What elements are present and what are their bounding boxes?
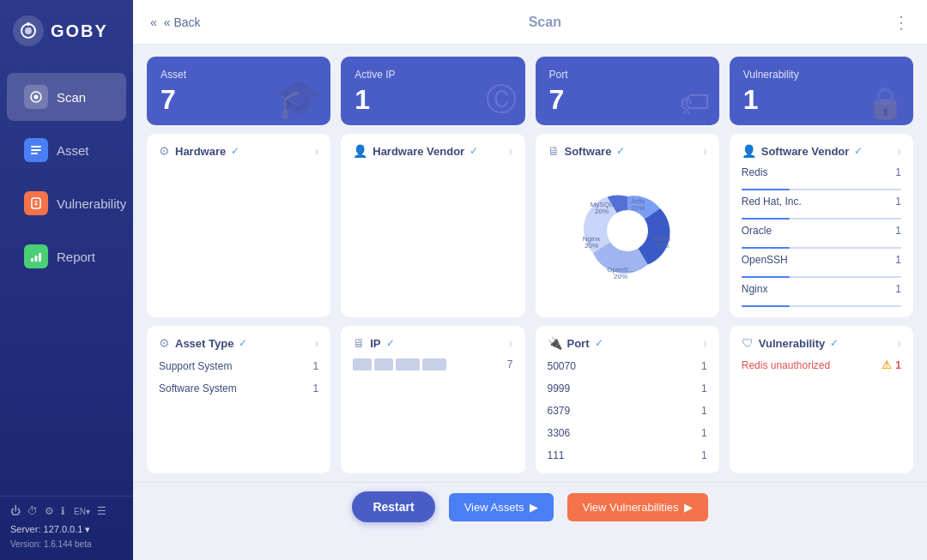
vendor-oracle-bar xyxy=(742,247,901,249)
software-vendor-icon: 👤 xyxy=(742,144,756,158)
ip-more-icon[interactable]: › xyxy=(509,336,513,350)
sidebar-bottom: ⏻ ⏱ ⚙ ℹ EN▾ ☰ Server: 127.0.0.1 ▾ Versio… xyxy=(0,496,133,560)
support-system-label: Support System xyxy=(159,360,313,372)
sidebar-item-report[interactable]: Report xyxy=(7,232,126,280)
vulnerability-check-icon: ✓ xyxy=(830,337,839,349)
view-vulns-label: View Vulnerabilities xyxy=(583,501,679,514)
software-vendor-title: Software Vendor xyxy=(761,145,850,158)
port-111-label: 111 xyxy=(548,449,702,461)
stat-vulnerability[interactable]: Vulnerability 1 🔒 xyxy=(730,57,913,125)
server-address[interactable]: Server: 127.0.0.1 ▾ xyxy=(10,522,123,538)
software-vendor-section: 👤 Software Vendor ✓ › Redis 1 Red Hat, I… xyxy=(730,134,913,317)
vulnerability-list: Redis unauthorized ⚠ 1 xyxy=(742,358,901,371)
svg-point-2 xyxy=(27,22,30,26)
port-check-icon: ✓ xyxy=(595,337,603,349)
view-assets-label: View Assets xyxy=(464,501,524,514)
vulnerability-label: Vulnerability xyxy=(57,196,126,211)
port-50070-value: 1 xyxy=(701,360,707,372)
port-icon: 🔌 xyxy=(548,336,562,350)
pie-label-redis-pct: 20% xyxy=(655,242,669,250)
hardware-vendor-title: Hardware Vendor xyxy=(373,145,464,158)
logo-area: GOBY xyxy=(0,0,133,62)
stat-port-icon: 🏷 xyxy=(680,85,711,121)
software-pie-container: Jetty 20% Redis 20% OpenS... 20% Nginx 2… xyxy=(548,166,707,295)
vulnerability-more-icon[interactable]: › xyxy=(897,336,901,350)
warning-icon: ⚠ xyxy=(882,358,892,371)
data-row-software-system: Software System 1 xyxy=(159,381,318,396)
stat-port[interactable]: Port 7 🏷 xyxy=(536,57,719,125)
hardware-vendor-more-icon[interactable]: › xyxy=(509,144,513,158)
software-check-icon: ✓ xyxy=(616,145,625,157)
pie-center xyxy=(607,210,648,251)
vendor-redhat-count: 1 xyxy=(884,196,901,208)
sidebar-item-asset[interactable]: Asset xyxy=(7,126,126,174)
settings-icon[interactable]: ⚙ xyxy=(45,505,54,517)
svg-rect-12 xyxy=(35,256,38,262)
vulnerability-title-row: 🛡 Vulnerability ✓ xyxy=(742,336,839,350)
scan-label: Scan xyxy=(57,90,86,105)
info-icon[interactable]: ℹ xyxy=(61,505,65,517)
sidebar-item-scan[interactable]: Scan xyxy=(7,73,126,121)
software-title-row: 🖥 Software ✓ xyxy=(548,144,626,158)
stat-active-ip[interactable]: Active IP 1 Ⓒ xyxy=(341,57,524,125)
sidebar-nav: Scan Asset Vulnerability xyxy=(0,62,133,496)
back-icon: « xyxy=(150,15,157,29)
software-header: 🖥 Software ✓ › xyxy=(548,144,707,158)
hardware-vendor-icon: 👤 xyxy=(353,144,367,158)
port-section: 🔌 Port ✓ › 50070 1 9999 1 6379 1 xyxy=(536,326,719,473)
port-6379-value: 1 xyxy=(701,405,707,417)
page-title: Scan xyxy=(201,15,889,30)
asset-type-list: Support System 1 Software System 1 xyxy=(159,358,318,396)
port-6379-label: 6379 xyxy=(548,405,702,417)
more-button[interactable]: ⋮ xyxy=(889,12,910,33)
sidebar-item-vulnerability[interactable]: Vulnerability xyxy=(7,179,126,227)
bottom-bar: Restart View Assets ▶ View Vulnerabiliti… xyxy=(133,482,927,531)
ip-seg-3 xyxy=(396,358,420,370)
header: « « Back Scan ⋮ xyxy=(133,0,927,45)
ip-title: IP xyxy=(370,337,380,350)
lang-selector[interactable]: EN▾ xyxy=(74,507,90,516)
view-vulnerabilities-button[interactable]: View Vulnerabilities ▶ xyxy=(567,493,708,521)
hamburger-icon[interactable]: ☰ xyxy=(97,505,106,517)
asset-type-section: ⚙ Asset Type ✓ › Support System 1 Softwa… xyxy=(147,326,330,473)
hardware-more-icon[interactable]: › xyxy=(315,144,319,158)
server-info: Server: 127.0.0.1 ▾ Version: 1.6.144 bet… xyxy=(10,522,123,551)
report-icon xyxy=(24,244,48,268)
stat-asset[interactable]: Asset 7 🎓 xyxy=(147,57,330,125)
vuln-item-redis: Redis unauthorized ⚠ 1 xyxy=(742,358,901,371)
vendor-openssh-bar xyxy=(742,276,901,278)
vendor-openssh-count: 1 xyxy=(884,254,901,266)
port-row-50070: 50070 1 xyxy=(548,358,707,374)
hardware-vendor-content xyxy=(353,166,512,278)
restart-button[interactable]: Restart xyxy=(352,491,434,522)
vuln-redis-count: 1 xyxy=(895,359,901,371)
software-vendor-header: 👤 Software Vendor ✓ › xyxy=(742,144,901,158)
port-111-value: 1 xyxy=(701,449,707,461)
power-icon[interactable]: ⏻ xyxy=(10,505,21,517)
view-assets-button[interactable]: View Assets ▶ xyxy=(449,493,554,521)
svg-point-4 xyxy=(34,95,39,99)
svg-point-9 xyxy=(35,203,38,206)
software-vendor-more-icon[interactable]: › xyxy=(897,144,901,158)
vulnerability-section: 🛡 Vulnerability ✓ › Redis unauthorized ⚠… xyxy=(730,326,913,473)
asset-type-more-icon[interactable]: › xyxy=(315,336,319,350)
back-button[interactable]: « « Back xyxy=(150,15,201,29)
svg-rect-11 xyxy=(31,258,33,262)
ip-seg-4 xyxy=(422,358,446,370)
clock-icon[interactable]: ⏱ xyxy=(27,505,38,517)
stat-port-label: Port xyxy=(549,69,706,81)
vendor-redis-name: Redis xyxy=(742,166,884,178)
ip-section: 🖥 IP ✓ › 7 xyxy=(341,326,524,473)
port-header: 🔌 Port ✓ › xyxy=(548,336,707,350)
port-more-icon[interactable]: › xyxy=(703,336,707,350)
software-more-icon[interactable]: › xyxy=(703,144,707,158)
stat-asset-icon: 🎓 xyxy=(275,76,322,121)
port-3306-label: 3306 xyxy=(548,427,702,439)
svg-rect-7 xyxy=(31,153,38,154)
svg-rect-6 xyxy=(31,149,41,151)
stats-row: Asset 7 🎓 Active IP 1 Ⓒ Port 7 🏷 Vulnera… xyxy=(133,45,927,134)
version-label: Version: 1.6.144 beta xyxy=(10,538,123,551)
asset-type-check-icon: ✓ xyxy=(239,337,247,349)
asset-type-title-row: ⚙ Asset Type ✓ xyxy=(159,336,247,350)
vendor-item-nginx: Nginx 1 xyxy=(742,283,901,298)
